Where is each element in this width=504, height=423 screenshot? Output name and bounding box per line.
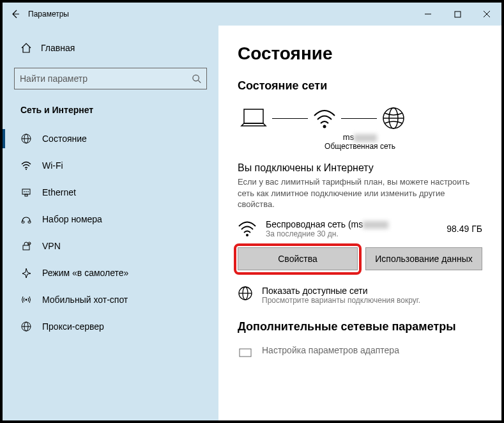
main-content: Состояние Состояние сети ms Общественная… bbox=[218, 26, 501, 420]
svg-point-28 bbox=[246, 234, 248, 236]
back-arrow-icon bbox=[10, 9, 20, 19]
ssid-blurred bbox=[354, 134, 377, 142]
laptop-icon bbox=[239, 107, 268, 130]
wifi-large-icon bbox=[312, 107, 337, 130]
conn-size: 98.49 ГБ bbox=[447, 224, 482, 234]
globe-icon bbox=[20, 133, 32, 144]
conn-name: Беспроводная сеть (ms bbox=[266, 219, 363, 229]
minimize-icon bbox=[424, 10, 432, 18]
data-usage-button[interactable]: Использование данных bbox=[365, 247, 482, 270]
connected-desc: Если у вас лимитный тарифный план, вы мо… bbox=[238, 176, 482, 210]
conn-name-blurred bbox=[363, 221, 388, 229]
sidebar-item-vpn[interactable]: VPN bbox=[3, 233, 218, 259]
sidebar-item-label: Состояние bbox=[42, 134, 87, 144]
sidebar: Главная Сеть и Интернет Состояние Wi-Fi bbox=[3, 26, 218, 420]
sidebar-item-status[interactable]: Состояние bbox=[3, 125, 218, 152]
properties-button[interactable]: Свойства bbox=[238, 247, 358, 270]
network-diagram bbox=[238, 105, 482, 131]
show-networks-title: Показать доступные сети bbox=[262, 286, 420, 296]
sidebar-item-label: Мобильный хот-спот bbox=[42, 295, 128, 305]
proxy-icon bbox=[20, 321, 32, 332]
close-button[interactable] bbox=[472, 3, 501, 26]
sidebar-item-label: Набор номера bbox=[42, 214, 102, 224]
connected-title: Вы подключены к Интернету bbox=[238, 162, 482, 174]
conn-sub: За последние 30 дн. bbox=[266, 229, 438, 238]
hotspot-icon bbox=[20, 294, 32, 305]
diagram-line bbox=[272, 118, 308, 119]
show-networks-sub: Просмотрите варианты подключения вокруг. bbox=[262, 296, 420, 305]
wifi-icon bbox=[20, 160, 32, 171]
close-icon bbox=[483, 10, 491, 18]
adapter-label: Настройка параметров адаптера bbox=[262, 345, 399, 360]
sidebar-item-airplane[interactable]: Режим «в самолете» bbox=[3, 259, 218, 286]
airplane-icon bbox=[20, 267, 32, 279]
search-field[interactable] bbox=[20, 73, 192, 84]
svg-rect-23 bbox=[244, 109, 263, 123]
vpn-icon bbox=[20, 240, 32, 252]
titlebar: Параметры bbox=[3, 3, 501, 26]
svg-line-5 bbox=[198, 81, 201, 83]
connection-row: Беспроводная сеть (ms За последние 30 дн… bbox=[238, 219, 482, 238]
minimize-button[interactable] bbox=[413, 3, 443, 26]
sidebar-item-label: Режим «в самолете» bbox=[42, 268, 128, 278]
back-button[interactable] bbox=[3, 9, 28, 19]
svg-point-9 bbox=[26, 169, 27, 170]
page-title: Состояние bbox=[238, 43, 482, 64]
net-status-heading: Состояние сети bbox=[238, 79, 482, 93]
usage-label: Использование данных bbox=[375, 254, 472, 264]
search-icon bbox=[192, 73, 201, 84]
dialup-icon bbox=[20, 213, 32, 225]
adapter-icon bbox=[238, 345, 253, 360]
sidebar-item-wifi[interactable]: Wi-Fi bbox=[3, 152, 218, 179]
sidebar-item-label: Wi-Fi bbox=[42, 160, 63, 171]
sidebar-item-label: VPN bbox=[42, 241, 61, 251]
globe-large-icon bbox=[381, 105, 406, 131]
section-title: Сеть и Интернет bbox=[3, 101, 218, 125]
diagram-line bbox=[341, 118, 377, 119]
sidebar-item-label: Ethernet bbox=[42, 187, 76, 197]
svg-rect-16 bbox=[28, 221, 31, 223]
sidebar-item-dialup[interactable]: Набор номера bbox=[3, 206, 218, 233]
ssid-prefix: ms bbox=[343, 132, 354, 142]
svg-rect-11 bbox=[25, 194, 27, 196]
home-link[interactable]: Главная bbox=[3, 37, 218, 59]
show-networks-link[interactable]: Показать доступные сети Просмотрите вари… bbox=[238, 286, 482, 305]
network-type: Общественная сеть bbox=[238, 142, 482, 151]
advanced-heading: Дополнительные сетевые параметры bbox=[238, 320, 482, 334]
maximize-button[interactable] bbox=[443, 3, 472, 26]
sidebar-item-ethernet[interactable]: Ethernet bbox=[3, 179, 218, 206]
globe-icon bbox=[238, 286, 253, 301]
svg-point-24 bbox=[323, 125, 326, 128]
svg-rect-15 bbox=[22, 221, 24, 223]
svg-rect-17 bbox=[23, 245, 29, 250]
sidebar-item-label: Прокси-сервер bbox=[42, 321, 104, 332]
svg-point-19 bbox=[26, 299, 27, 301]
search-input[interactable] bbox=[14, 68, 207, 89]
svg-point-4 bbox=[193, 75, 199, 81]
home-icon bbox=[20, 42, 32, 54]
sidebar-item-hotspot[interactable]: Мобильный хот-спот bbox=[3, 286, 218, 313]
svg-rect-32 bbox=[240, 349, 251, 357]
properties-label: Свойства bbox=[278, 254, 317, 264]
wifi-icon bbox=[238, 220, 257, 237]
svg-rect-1 bbox=[455, 12, 461, 17]
sidebar-item-proxy[interactable]: Прокси-сервер bbox=[3, 313, 218, 340]
adapter-settings-link[interactable]: Настройка параметров адаптера bbox=[238, 345, 482, 360]
maximize-icon bbox=[454, 11, 461, 18]
home-label: Главная bbox=[41, 43, 75, 53]
window-title: Параметры bbox=[28, 10, 69, 19]
ethernet-icon bbox=[20, 187, 32, 198]
network-label: ms Общественная сеть bbox=[238, 132, 482, 151]
